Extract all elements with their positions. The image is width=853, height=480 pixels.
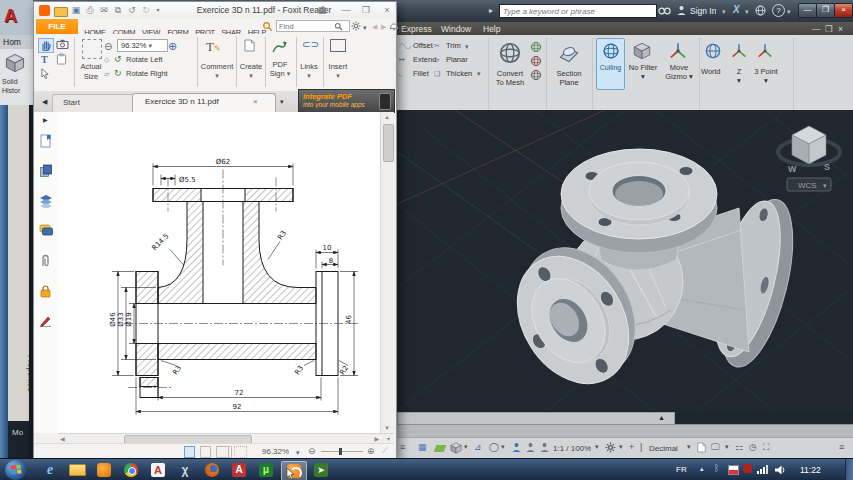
monitor-icon[interactable]: 🖵 — [711, 443, 720, 452]
status-overflow-icon[interactable]: ≡ — [839, 443, 844, 452]
annotation-visibility-icon[interactable] — [511, 442, 522, 453]
culling-button[interactable]: Culling — [596, 38, 625, 90]
exchange-icon[interactable]: X — [733, 4, 740, 15]
status-zoom-chevron-icon[interactable]: ▾ — [296, 449, 300, 456]
hscroll-left-icon[interactable]: ◀ — [60, 435, 65, 442]
osnap-chevron-icon[interactable]: ▾ — [464, 443, 468, 450]
taskbar-autocad-icon[interactable]: A — [146, 461, 170, 479]
acad-maximize-button[interactable]: ❐ — [816, 3, 835, 18]
tray-language[interactable]: FR — [676, 465, 687, 474]
transparency-icon[interactable]: ◯ — [489, 443, 499, 452]
signin-user-icon[interactable] — [676, 5, 687, 16]
create-button[interactable]: Create▾ — [238, 62, 264, 80]
acad-home-tab[interactable]: Hom — [3, 37, 21, 47]
tab-list-chevron-icon[interactable]: ▾ — [280, 98, 284, 105]
facing-view-button[interactable] — [216, 446, 232, 458]
drawing-status-icon[interactable] — [697, 442, 706, 453]
command-strip[interactable] — [395, 424, 853, 438]
units-value[interactable]: Decimal — [649, 444, 678, 453]
wcs-menu[interactable]: WCS — [798, 181, 817, 190]
select-text-icon[interactable]: T — [41, 54, 48, 65]
z-button[interactable]: Z▾ — [729, 67, 749, 85]
zoom-out-icon[interactable]: ⊖ — [104, 41, 112, 52]
pdf-sign-button[interactable]: PDFSign ▾ — [266, 60, 294, 79]
acad-minimize-button[interactable]: — — [798, 3, 817, 18]
properties-palette-bar[interactable] — [0, 105, 8, 458]
convert-to-mesh-button[interactable]: ConvertTo Mesh — [485, 69, 535, 87]
tray-hidden-icons-icon[interactable]: ▴ — [700, 465, 704, 473]
trim-button[interactable]: Trim — [446, 41, 461, 50]
fillet-button[interactable]: Fillet — [413, 69, 429, 78]
status-zoom-value[interactable]: 96.32% — [262, 447, 289, 456]
taskbar-autocad2-icon[interactable]: A — [227, 461, 251, 479]
settings-chevron-icon[interactable]: ▾ — [363, 24, 367, 31]
smooth-less-icon[interactable] — [530, 55, 542, 67]
help-icon[interactable]: ? — [772, 4, 785, 17]
nav-signature-icon[interactable] — [39, 314, 53, 327]
foxit-close-button[interactable]: × — [381, 5, 393, 16]
isolate-objects-icon[interactable]: ⚏ — [735, 443, 743, 452]
snapshot-tool-icon[interactable] — [56, 39, 69, 49]
nav-forward-icon[interactable]: ▶ — [381, 23, 386, 30]
foxit-minimize-button[interactable]: — — [340, 5, 352, 16]
links-button[interactable]: Links▾ — [296, 62, 322, 80]
pipe-fitting-model[interactable] — [492, 149, 806, 404]
taskbar-ie-icon[interactable]: e — [38, 461, 62, 479]
acad-close-button[interactable]: × — [834, 3, 853, 18]
foxit-restore-button[interactable]: ❐ — [360, 5, 372, 16]
taskbar-media-icon[interactable] — [92, 461, 116, 479]
sign-in-label[interactable]: Sign In — [690, 6, 716, 16]
rotate-right-button[interactable]: Rotate Right — [126, 69, 168, 78]
doc-minimize-button[interactable]: — — [812, 24, 821, 34]
open-folder-icon[interactable] — [54, 7, 68, 17]
print-icon[interactable]: ⎙ — [84, 5, 96, 16]
alert-bell-icon[interactable] — [389, 21, 399, 31]
add-workspace-icon[interactable]: + — [629, 443, 634, 452]
vscroll-down-icon[interactable]: ▼ — [384, 425, 390, 431]
autoscale-icon[interactable] — [525, 442, 536, 453]
viewcube-south-label[interactable]: S — [824, 162, 830, 172]
find-mag-icon[interactable] — [334, 22, 343, 31]
dynamic-ucs-icon[interactable]: ⊿ — [474, 443, 482, 452]
corner-chevron-icon[interactable]: ▾ — [387, 435, 390, 442]
offset-button[interactable]: Offset — [413, 41, 433, 50]
scale-chevron-icon[interactable]: ▾ — [595, 443, 599, 450]
nav-comments-icon[interactable] — [39, 224, 53, 237]
signin-chevron-icon[interactable]: ▾ — [722, 8, 726, 15]
taskbar-xapp-icon[interactable]: χ — [173, 461, 197, 479]
autocad-app-button[interactable]: A — [4, 6, 17, 27]
transparency-chevron-icon[interactable]: ▾ — [501, 443, 505, 450]
select-annot-icon[interactable] — [41, 68, 49, 79]
redo-icon[interactable]: ↻ — [140, 5, 152, 16]
smooth-more-icon[interactable] — [530, 41, 542, 53]
world-button[interactable]: World — [701, 67, 720, 76]
object-snap-icon[interactable] — [450, 442, 462, 454]
tray-antivirus-icon[interactable] — [743, 464, 752, 473]
nav-bookmarks-icon[interactable] — [39, 134, 53, 148]
grid-toggle-icon[interactable]: ▦ — [418, 443, 427, 452]
hscroll-right-icon[interactable]: ▶ — [374, 435, 379, 442]
communication-globe-icon[interactable] — [755, 5, 766, 16]
exchange-chevron-icon[interactable]: ▾ — [745, 8, 749, 15]
resize-grip-icon[interactable]: ⟋ — [382, 446, 388, 456]
tray-volume-icon[interactable] — [774, 464, 786, 476]
page-vscrollbar[interactable]: ▲ ▼ — [380, 112, 394, 433]
no-filter-button[interactable]: No Filter▾ — [623, 63, 663, 81]
tray-bluetooth-icon[interactable]: ᛒ — [714, 463, 719, 473]
taskbar-utorrent-icon[interactable]: µ — [254, 461, 278, 479]
move-gizmo-button[interactable]: MoveGizmo ▾ — [661, 63, 697, 81]
menu-express[interactable]: Express — [401, 24, 432, 34]
taskbar-firefox-icon[interactable] — [200, 461, 224, 479]
status-menu-icon[interactable]: ≡ — [400, 443, 405, 452]
annotation-scale-value[interactable]: 1:1 / 100% — [553, 444, 591, 453]
extend-button[interactable]: Extend — [413, 55, 436, 64]
find-doc-icon[interactable] — [262, 21, 273, 32]
solid-history-button[interactable]: SolidHistor — [2, 77, 20, 95]
taskbar-chrome-icon[interactable] — [119, 461, 143, 479]
scroll-expand-icon[interactable]: ▲ — [658, 414, 665, 421]
search-binoculars-icon[interactable] — [658, 6, 671, 16]
nav-security-lock-icon[interactable] — [39, 284, 52, 298]
zoom-slider-thumb[interactable] — [339, 448, 342, 455]
tray-action-center-icon[interactable] — [728, 465, 739, 475]
tab-scroll-left-icon[interactable]: ◀ — [42, 98, 47, 105]
